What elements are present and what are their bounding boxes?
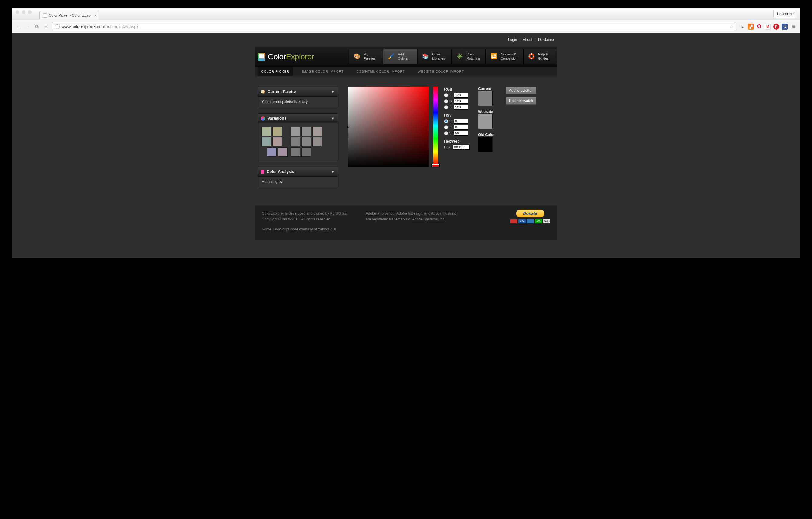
forward-button[interactable]: → <box>25 24 31 30</box>
color-readouts: RGB R G B <box>444 87 470 150</box>
old-swatch-label: Old Color <box>478 133 495 137</box>
home-button[interactable]: ⌂ <box>43 24 49 30</box>
zoom-window-icon[interactable] <box>28 10 31 14</box>
login-link[interactable]: Login <box>508 37 517 42</box>
mastercard-icon <box>510 219 518 223</box>
input-hex[interactable] <box>453 145 470 150</box>
panel-header[interactable]: Color Analysis ▼ <box>258 166 338 177</box>
nav-add-colors[interactable]: 🖌️ AddColors <box>383 49 417 64</box>
address-bar[interactable]: www.colorexplorer.com/colorpicker.aspx ☆ <box>52 22 736 31</box>
variation-swatch[interactable] <box>301 137 311 146</box>
radio-r[interactable] <box>444 93 448 97</box>
variation-swatch[interactable] <box>291 137 300 146</box>
radio-g[interactable] <box>444 99 448 103</box>
about-link[interactable]: About <box>523 37 532 42</box>
nav-color-matching[interactable]: ✳️ ColorMatching <box>452 49 486 64</box>
lifebuoy-icon: 🛟 <box>527 53 536 60</box>
hue-thumb-icon[interactable] <box>432 164 439 167</box>
top-links: Login | About | Disclaimer <box>255 33 557 47</box>
variation-swatch[interactable] <box>272 137 282 146</box>
input-v[interactable] <box>454 131 468 136</box>
update-swatch-button[interactable]: Update swatch <box>506 97 536 105</box>
variation-swatch[interactable] <box>291 148 300 157</box>
old-swatch[interactable] <box>478 137 493 152</box>
minimize-window-icon[interactable] <box>22 10 25 14</box>
current-swatch-block: Current <box>478 87 495 106</box>
websafe-swatch[interactable] <box>478 114 493 129</box>
bookmark-star-icon[interactable]: ☆ <box>729 24 733 29</box>
variation-swatch[interactable] <box>261 127 271 136</box>
sv-cursor-icon[interactable] <box>347 126 349 128</box>
extension-icons: ≡ ▞ O M P 42 ≡ <box>739 24 796 30</box>
browser-tab[interactable]: Color Picker • Color Explo ✕ <box>39 11 99 20</box>
yui-link[interactable]: Yahoo! YUI <box>318 227 336 231</box>
panel-header[interactable]: Variations ▼ <box>258 113 338 123</box>
url-host: www.colorexplorer.com <box>61 24 105 29</box>
variation-swatch[interactable] <box>301 127 311 136</box>
current-swatch[interactable] <box>478 91 493 106</box>
variation-swatch[interactable] <box>261 137 271 146</box>
back-button[interactable]: ← <box>16 24 22 30</box>
adobe-link[interactable]: Adobe Systems, Inc. <box>412 217 445 221</box>
nav-my-palettes[interactable]: 🎨 MyPalettes <box>349 49 383 64</box>
input-s[interactable] <box>454 125 468 130</box>
radio-v[interactable] <box>444 131 448 135</box>
subnav-css-import[interactable]: CSS/HTML COLOR IMPORT <box>353 67 408 76</box>
pinterest-extension-icon[interactable]: P <box>773 24 779 30</box>
profile-button[interactable]: Laurence <box>773 10 798 18</box>
websafe-swatch-block: Websafe <box>478 110 495 129</box>
analytics-extension-icon[interactable]: ▞ <box>748 24 754 30</box>
websafe-swatch-label: Websafe <box>478 110 495 114</box>
hue-slider[interactable] <box>433 87 438 167</box>
chrome-menu-icon[interactable]: ≡ <box>790 24 796 30</box>
label-b: B <box>449 105 452 109</box>
sidebar: Current Palette ▼ Your current palette i… <box>258 87 338 187</box>
footer-col-1: ColorExplorer is developed and owned by … <box>262 211 348 233</box>
port80-link[interactable]: Port80.biz <box>330 211 346 216</box>
nav-help[interactable]: 🛟 Help &Guides <box>523 49 557 64</box>
logo[interactable]: ColorExplorer <box>255 47 320 66</box>
variation-swatch[interactable] <box>312 127 322 136</box>
input-h[interactable] <box>454 119 468 124</box>
logo-icon <box>258 53 265 61</box>
fan-icon: 📚 <box>421 53 430 60</box>
saturation-value-field[interactable] <box>348 87 429 167</box>
variation-swatch[interactable] <box>278 148 288 157</box>
buffer-extension-icon[interactable]: ≡ <box>739 24 745 30</box>
variation-swatch[interactable] <box>272 127 282 136</box>
subnav-website-import[interactable]: WEBSITE COLOR IMPORT <box>414 67 467 76</box>
counter-extension-icon[interactable]: 42 <box>782 24 788 30</box>
nav-analysis[interactable]: 🔁 Analysis &Conversion <box>486 49 523 64</box>
opera-extension-icon[interactable]: O <box>756 24 762 30</box>
gmail-extension-icon[interactable]: M <box>765 24 771 30</box>
reload-button[interactable]: ⟳ <box>34 24 40 30</box>
input-r[interactable] <box>454 93 468 97</box>
disclaimer-link[interactable]: Disclaimer <box>538 37 555 42</box>
close-tab-icon[interactable]: ✕ <box>94 13 97 18</box>
donate-button[interactable]: Donate <box>516 210 544 217</box>
browser-window: Color Picker • Color Explo ✕ Laurence ← … <box>12 8 800 258</box>
subnav-color-picker[interactable]: COLOR PICKER <box>258 67 293 76</box>
radio-h[interactable] <box>444 119 448 123</box>
action-buttons: Add to palette Update swatch <box>506 87 536 105</box>
variation-swatch[interactable] <box>291 127 300 136</box>
subnav-image-import[interactable]: IMAGE COLOR IMPORT <box>298 67 348 76</box>
add-to-palette-button[interactable]: Add to palette <box>506 87 536 94</box>
close-window-icon[interactable] <box>16 10 20 14</box>
label-s: S <box>449 125 452 129</box>
color-picker: RGB R G B <box>348 87 536 167</box>
variation-swatch[interactable] <box>301 148 311 157</box>
label-hex: Hex <box>444 145 452 149</box>
radio-b[interactable] <box>444 105 448 109</box>
panel-header[interactable]: Current Palette ▼ <box>258 87 338 97</box>
window-controls[interactable] <box>16 10 31 14</box>
variation-swatch[interactable] <box>267 148 277 157</box>
input-b[interactable] <box>454 105 468 110</box>
variation-swatch[interactable] <box>312 137 322 146</box>
panel-body: Your current palette is empty. <box>258 97 338 107</box>
variation-group-right <box>291 127 322 157</box>
input-g[interactable] <box>454 99 468 103</box>
nav-color-libraries[interactable]: 📚 ColorLibraries <box>417 49 452 64</box>
amex-icon <box>527 219 534 223</box>
radio-s[interactable] <box>444 125 448 129</box>
